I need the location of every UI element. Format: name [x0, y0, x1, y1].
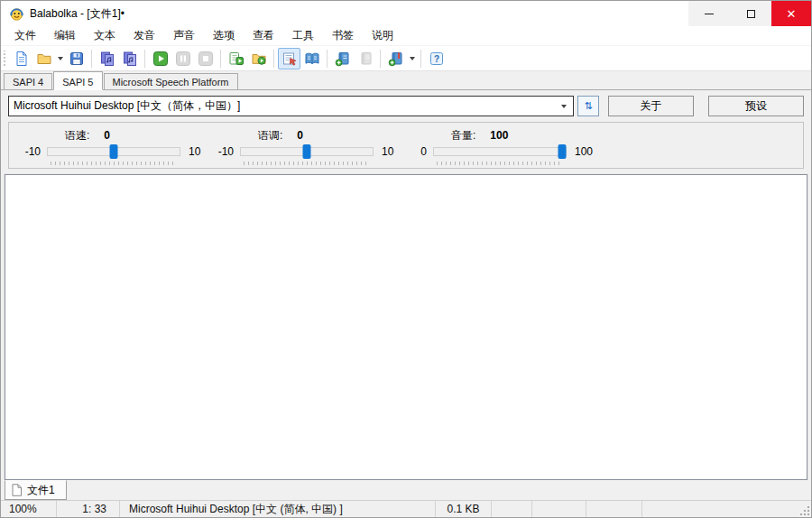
chevron-down-icon [410, 57, 415, 60]
resize-grip[interactable] [799, 505, 810, 516]
volume-slider-group: 音量: 100 0 100 [406, 127, 599, 168]
tab-sapi5[interactable]: SAPI 5 [53, 71, 102, 90]
maximize-button[interactable] [730, 1, 771, 26]
dictionary-icon [304, 51, 320, 67]
pitch-slider[interactable] [240, 144, 374, 166]
menu-edit[interactable]: 编辑 [45, 26, 85, 45]
menu-tools[interactable]: 工具 [283, 26, 323, 45]
close-button[interactable]: ✕ [771, 1, 811, 26]
pitch-slider-group: 语调: 0 -10 10 [213, 127, 406, 168]
toolbar-separator [327, 50, 328, 68]
dictionary-edit-button[interactable] [354, 48, 376, 69]
rate-slider[interactable] [47, 144, 180, 166]
tab-sapi4[interactable]: SAPI 4 [4, 73, 52, 89]
menu-file[interactable]: 文件 [5, 26, 45, 45]
volume-min-label: 0 [406, 144, 433, 159]
help-button[interactable]: ? [425, 48, 448, 69]
rate-slider-ticks [51, 162, 177, 165]
refresh-icon: ⇅ [584, 100, 592, 112]
pitch-slider-ticks [244, 162, 370, 165]
stop-button[interactable] [194, 48, 217, 69]
pitch-slider-thumb[interactable] [303, 144, 311, 159]
menu-help[interactable]: 说明 [363, 26, 402, 45]
pitch-min-label: -10 [213, 144, 240, 159]
minimize-button[interactable] [688, 1, 730, 26]
menu-sound[interactable]: 声音 [164, 26, 204, 45]
volume-slider[interactable] [433, 144, 567, 166]
menu-text[interactable]: 文本 [85, 26, 125, 45]
text-highlight-toggle[interactable] [278, 48, 300, 69]
combo-chevron-down-icon[interactable] [555, 105, 573, 108]
play-button[interactable] [149, 48, 171, 69]
svg-text:?: ? [433, 54, 438, 64]
pause-button[interactable] [171, 48, 194, 69]
menu-view[interactable]: 查看 [244, 26, 283, 45]
main-toolbar: ? [1, 45, 811, 71]
speak-file-icon [228, 51, 245, 67]
voice-select[interactable]: Microsoft Huihui Desktop [中文（简体，中国）] [8, 96, 574, 116]
open-file-button[interactable] [32, 48, 55, 69]
pitch-max-label: 10 [374, 144, 406, 159]
status-zoom: 100% [1, 501, 57, 517]
save-file-button[interactable] [65, 48, 88, 69]
text-highlight-icon [281, 51, 298, 67]
new-document-icon [14, 51, 30, 67]
pitch-value: 0 [297, 129, 303, 142]
open-file-icon [36, 51, 52, 67]
status-file-size: 0.1 KB [436, 501, 492, 517]
presets-button[interactable]: 预设 [708, 96, 804, 116]
title-bar: Balabolka - [文件1]• ✕ [1, 1, 811, 26]
volume-value: 100 [490, 129, 508, 142]
menu-pronounce[interactable]: 发音 [125, 26, 164, 45]
rate-min-label: -10 [20, 144, 47, 159]
balabolka-window: Balabolka - [文件1]• ✕ 文件 编辑 文本 发音 声音 选项 查… [0, 0, 812, 518]
dictionary-edit-icon [357, 51, 374, 67]
menu-bookmarks[interactable]: 书签 [323, 26, 363, 45]
dictionary-extra-button[interactable] [384, 48, 407, 69]
toolbar-separator [380, 50, 381, 68]
document-tabbar: 文件1 [1, 480, 811, 500]
menu-bar: 文件 编辑 文本 发音 声音 选项 查看 工具 书签 说明 [1, 26, 811, 45]
open-file-dropdown[interactable] [55, 48, 65, 69]
document-icon [11, 484, 23, 496]
volume-max-label: 100 [567, 144, 599, 159]
toolbar-separator [91, 50, 92, 68]
tab-microsoft-speech-platform[interactable]: Microsoft Speech Platform [104, 73, 238, 89]
document-tab-file1[interactable]: 文件1 [5, 480, 67, 500]
text-editor[interactable] [5, 174, 807, 480]
status-cursor-position: 1: 33 [57, 501, 120, 517]
convert-to-audio-button[interactable] [118, 48, 141, 69]
about-voice-button[interactable]: 关于 [608, 96, 694, 116]
speech-parameters-panel: 语速: 0 -10 10 语调: 0 -10 [8, 122, 804, 169]
window-title: Balabolka - [文件1]• [30, 6, 125, 22]
status-empty-cell [492, 501, 532, 517]
save-audio-file-button[interactable] [96, 48, 118, 69]
toolbar-separator [273, 50, 274, 68]
window-controls: ✕ [688, 1, 811, 26]
app-smiley-icon [9, 6, 24, 22]
speak-file-button[interactable] [225, 48, 247, 69]
convert-to-audio-icon [122, 51, 138, 67]
dictionary-button[interactable] [300, 48, 323, 69]
new-document-button[interactable] [10, 48, 32, 69]
maximize-icon [747, 10, 755, 18]
menu-options[interactable]: 选项 [204, 26, 244, 45]
volume-slider-ticks [437, 162, 563, 165]
batch-file-converter-icon [251, 51, 267, 67]
voice-select-value: Microsoft Huihui Desktop [中文（简体，中国）] [9, 98, 555, 114]
dictionary-add-icon [335, 51, 351, 67]
dictionary-extra-icon [388, 51, 404, 67]
volume-label: 音量: [451, 128, 475, 143]
pause-icon [175, 51, 191, 67]
rate-max-label: 10 [180, 144, 213, 159]
batch-file-converter-button[interactable] [247, 48, 270, 69]
chevron-down-icon [58, 57, 63, 60]
status-voice-name: Microsoft Huihui Desktop [中文 (简体, 中国) ] [120, 501, 436, 517]
dictionary-add-button[interactable] [331, 48, 354, 69]
rate-slider-thumb[interactable] [110, 144, 118, 159]
dictionary-extra-dropdown[interactable] [407, 48, 417, 69]
refresh-voices-button[interactable]: ⇅ [577, 96, 599, 116]
volume-slider-thumb[interactable] [558, 144, 567, 159]
rate-label: 语速: [65, 128, 89, 143]
save-file-icon [69, 51, 85, 67]
